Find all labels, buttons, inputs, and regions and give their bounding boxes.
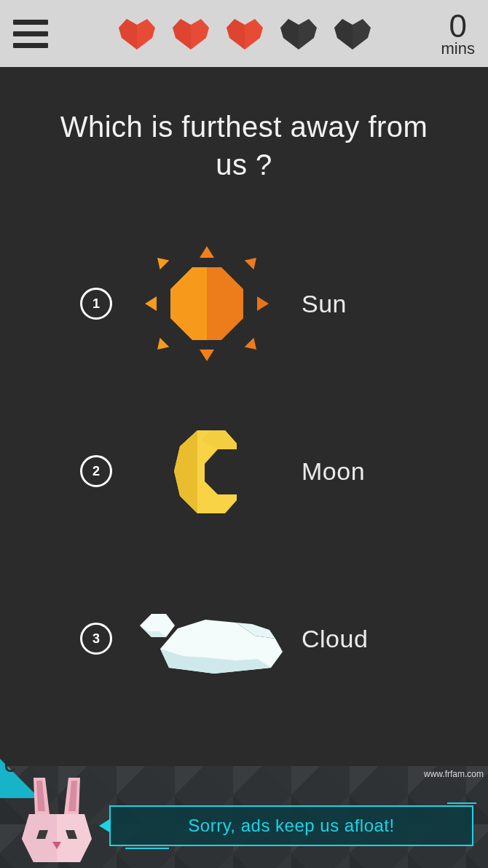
option-number: 1 [80,288,112,320]
top-bar: 0 mins [0,0,488,67]
option-label: Sun [302,290,459,318]
option-number: 2 [80,455,112,487]
heart-full-icon [225,16,264,51]
speech-text: Sorry, ads keep us afloat! [188,816,394,836]
timer: 0 mins [441,10,475,57]
option-sun[interactable]: 1 Sun [29,242,459,366]
speech-bubble[interactable]: Sorry, ads keep us afloat! [109,805,473,846]
option-number: 3 [80,623,112,655]
svg-marker-3 [173,19,191,50]
cloud-icon [112,577,302,701]
question-text: Which is furthest away from us ? [0,67,488,198]
svg-marker-11 [174,430,197,513]
heart-empty-icon [333,16,372,51]
lives-container [117,16,372,51]
svg-marker-7 [280,19,299,50]
option-moon[interactable]: 2 Moon [29,409,459,533]
option-cloud[interactable]: 3 Cloud [29,577,459,701]
sun-icon [112,242,302,366]
option-label: Moon [302,457,459,486]
heart-empty-icon [279,16,318,51]
menu-button[interactable] [13,20,48,48]
bunny-avatar-icon[interactable] [13,772,101,867]
watermark: www.frfam.com [424,769,484,779]
svg-marker-1 [119,19,137,50]
timer-value: 0 [441,10,475,42]
timer-unit: mins [441,41,475,57]
svg-marker-9 [334,19,353,50]
option-label: Cloud [302,625,459,653]
options-list: 1 Sun 2 Moon 3 [0,198,488,701]
moon-icon [112,409,302,533]
heart-full-icon [171,16,210,51]
svg-marker-5 [227,19,245,50]
footer: C Sorry, ads keep us afloat! [0,766,488,868]
heart-full-icon [117,16,157,51]
